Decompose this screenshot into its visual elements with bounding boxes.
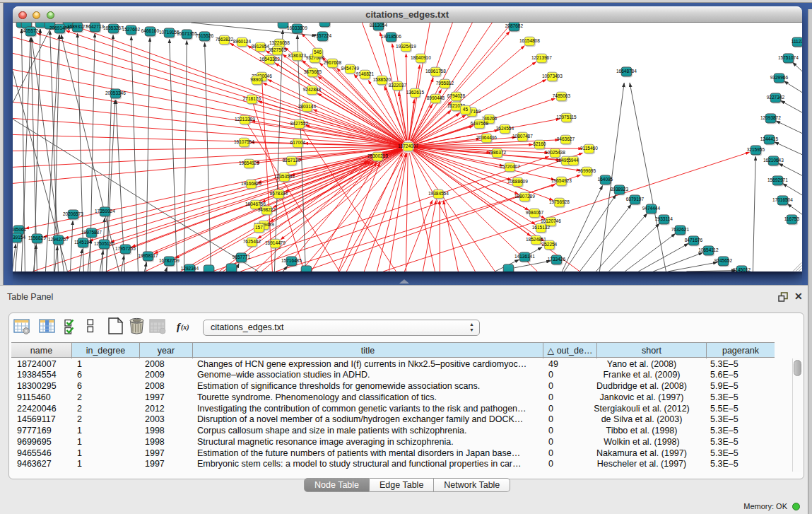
svg-text:10807487: 10807487 [512, 134, 533, 139]
svg-text:3624554: 3624554 [495, 126, 514, 131]
svg-text:20053346: 20053346 [105, 90, 126, 95]
svg-text:9642713: 9642713 [86, 24, 104, 29]
svg-text:19166825: 19166825 [241, 181, 261, 186]
svg-text:7515526: 7515526 [195, 33, 213, 38]
svg-text:16154808: 16154808 [519, 38, 540, 43]
svg-text:18524851: 18524851 [526, 237, 546, 242]
svg-text:2087682: 2087682 [505, 23, 523, 28]
svg-text:7986372: 7986372 [488, 150, 506, 155]
svg-text:1145194: 1145194 [74, 240, 92, 245]
svg-text:2967608: 2967608 [323, 60, 341, 65]
svg-text:16671355: 16671355 [177, 31, 197, 36]
svg-text:9084067: 9084067 [525, 210, 543, 215]
svg-text:19654923: 19654923 [551, 178, 572, 183]
svg-text:16648784: 16648784 [616, 69, 637, 74]
svg-text:10688609: 10688609 [507, 179, 528, 184]
svg-text:7955812: 7955812 [435, 81, 454, 86]
svg-text:16893127: 16893127 [67, 24, 88, 29]
svg-text:15716485: 15716485 [281, 258, 302, 263]
svg-text:17957255: 17957255 [115, 246, 136, 251]
svg-text:18807289: 18807289 [514, 194, 535, 199]
svg-text:8678334: 8678334 [269, 191, 288, 196]
svg-text:9699695: 9699695 [577, 168, 596, 173]
svg-text:17359924: 17359924 [95, 209, 115, 214]
svg-text:12093872: 12093872 [760, 115, 781, 120]
svg-text:2803144: 2803144 [298, 104, 316, 109]
svg-text:1527602: 1527602 [122, 27, 140, 32]
svg-text:1615132: 1615132 [531, 225, 550, 230]
svg-text:19958117: 19958117 [138, 253, 158, 258]
svg-text:20206573: 20206573 [63, 211, 83, 216]
svg-text:2718176: 2718176 [242, 96, 261, 101]
svg-text:8267130: 8267130 [282, 158, 300, 163]
svg-text:15692971: 15692971 [767, 177, 788, 182]
svg-text:2933114: 2933114 [655, 216, 673, 221]
svg-text:19756928: 19756928 [549, 199, 570, 204]
svg-text:3875685: 3875685 [303, 69, 322, 74]
svg-text:3215955: 3215955 [746, 147, 765, 152]
svg-text:9657771: 9657771 [232, 255, 250, 259]
svg-text:6466160: 6466160 [141, 28, 159, 33]
svg-text:24055724: 24055724 [20, 28, 41, 33]
svg-text:16914479: 16914479 [265, 240, 286, 245]
svg-text:5944: 5944 [568, 158, 579, 163]
svg-text:8454749: 8454749 [341, 66, 359, 71]
svg-text:11123: 11123 [791, 39, 801, 44]
svg-text:8471676: 8471676 [684, 238, 702, 243]
svg-text:9242848: 9242848 [302, 87, 321, 92]
svg-text:15720407: 15720407 [500, 164, 520, 169]
svg-text:17016504: 17016504 [772, 197, 793, 202]
svg-text:7485063: 7485063 [552, 93, 570, 98]
svg-text:8912954: 8912954 [251, 44, 269, 49]
svg-text:16107554: 16107554 [234, 139, 254, 144]
svg-text:9329966: 9329966 [770, 75, 788, 80]
svg-text:8322037: 8322037 [388, 83, 406, 88]
svg-text:116753: 116753 [784, 216, 799, 221]
svg-text:14136141: 14136141 [514, 254, 535, 259]
svg-text:8186323: 8186323 [288, 53, 306, 58]
svg-text:19654925: 19654925 [239, 160, 259, 165]
svg-text:9146821: 9146821 [355, 71, 374, 76]
svg-text:62160: 62160 [533, 141, 546, 146]
svg-text:546: 546 [314, 49, 322, 54]
svg-text:2939154: 2939154 [13, 235, 25, 240]
svg-text:8960124: 8960124 [233, 39, 251, 44]
svg-text:8813054: 8813054 [369, 23, 387, 28]
svg-text:8938923: 8938923 [610, 187, 628, 192]
svg-text:8990448: 8990448 [426, 95, 445, 100]
svg-text:1244415: 1244415 [760, 136, 778, 141]
svg-text:164095: 164095 [597, 177, 613, 182]
svg-text:19218506: 19218506 [381, 34, 401, 39]
svg-text:6794028: 6794028 [447, 93, 465, 98]
svg-text:19325419: 19325419 [396, 44, 416, 49]
svg-text:19975887: 19975887 [81, 230, 102, 235]
svg-text:9115460: 9115460 [580, 146, 598, 151]
svg-text:20364436: 20364436 [476, 135, 497, 140]
svg-text:16553267: 16553267 [103, 25, 124, 30]
svg-text:19384554: 19384554 [428, 191, 449, 196]
svg-text:10654112: 10654112 [698, 247, 719, 252]
svg-text:1292344: 1292344 [180, 266, 199, 271]
svg-text:25300213: 25300213 [367, 153, 388, 158]
svg-text:7357224: 7357224 [313, 33, 331, 38]
svg-text:9474444: 9474444 [642, 206, 660, 211]
svg-text:16543362: 16543362 [259, 57, 280, 62]
svg-text:1362615: 1362615 [406, 90, 424, 95]
svg-text:3498222: 3498222 [257, 207, 276, 212]
svg-text:13226058: 13226058 [269, 40, 290, 45]
svg-text:617004: 617004 [290, 140, 305, 145]
svg-text:18724007: 18724007 [398, 144, 418, 148]
svg-text:16961758: 16961758 [425, 69, 446, 74]
svg-text:(x): (x) [181, 323, 189, 332]
svg-text:98901: 98901 [250, 77, 263, 82]
svg-text:9227342: 9227342 [766, 95, 784, 100]
svg-text:10973493: 10973493 [542, 74, 563, 78]
svg-text:12213967: 12213967 [531, 55, 552, 60]
svg-text:10025438: 10025438 [545, 150, 565, 155]
svg-text:7625402: 7625402 [242, 239, 261, 244]
svg-text:9463627: 9463627 [556, 136, 575, 141]
svg-text:12353594: 12353594 [274, 174, 295, 179]
svg-text:8427552: 8427552 [290, 121, 308, 126]
svg-text:16120746: 16120746 [541, 218, 561, 223]
svg-text:252254: 252254 [541, 242, 557, 247]
